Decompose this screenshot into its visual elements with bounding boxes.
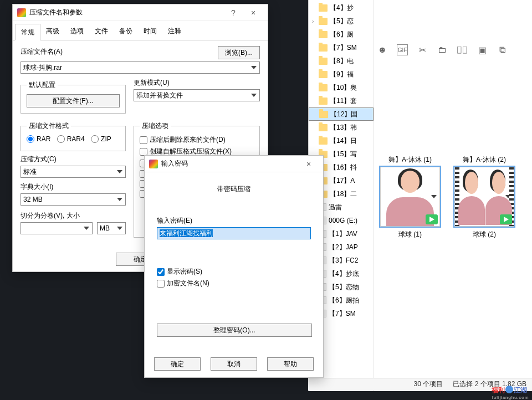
tree-item[interactable]: ›【5】恋 [309, 14, 374, 28]
split-size-input[interactable] [21, 222, 93, 234]
thumbnail-video[interactable] [454, 167, 514, 227]
thumbnail-item[interactable]: 舞】A-沐沐 (1) 球球 (1) [377, 155, 443, 239]
tree-item[interactable]: 【8】电 [309, 54, 374, 68]
method-label: 压缩方式(C) [21, 155, 126, 164]
format-rar[interactable]: RAR [27, 135, 50, 143]
password-label: 输入密码(E) [157, 216, 311, 225]
help-icon[interactable]: ? [223, 8, 243, 17]
archive-dialog-titlebar: 压缩文件名和参数 ? × [13, 4, 268, 21]
profiles-group: 默认配置 配置文件(F)... [21, 80, 126, 114]
dict-select[interactable]: 32 MB [21, 193, 126, 206]
cut-icon[interactable]: ✂ [417, 44, 428, 55]
winrar-icon [149, 160, 158, 168]
tree-item[interactable]: 【4】抄 [309, 1, 374, 14]
split-icon[interactable]: ⌷⌷ [457, 44, 468, 55]
archive-name-label: 压缩文件名(A) [21, 47, 213, 57]
tab-files[interactable]: 文件 [89, 23, 114, 40]
folder-icon [319, 44, 328, 52]
tree-item[interactable]: 【10】奥 [309, 81, 374, 94]
watermark: 福利江湖 fulijianghu.com [492, 385, 529, 400]
close-icon[interactable]: × [243, 8, 263, 17]
browse-button[interactable]: 浏览(B)... [218, 46, 260, 59]
tree-item[interactable]: 【11】套 [309, 94, 374, 107]
folder-icon[interactable]: 🗀 [437, 44, 448, 55]
split-label: 切分为分卷(V), 大小 [21, 211, 126, 220]
tab-comment[interactable]: 注释 [162, 23, 187, 40]
emoji-icon[interactable]: ☻ [377, 44, 388, 55]
tab-time[interactable]: 时间 [138, 23, 162, 40]
tree-item[interactable]: 【9】福 [309, 68, 374, 81]
tab-backup[interactable]: 备份 [114, 23, 138, 40]
format-group: 压缩文件格式 RAR RAR4 ZIP [21, 121, 126, 151]
manage-passwords-button[interactable]: 整理密码(O)... [157, 324, 312, 337]
tree-item[interactable]: 【7】SM [309, 41, 374, 54]
folder-icon [319, 31, 328, 38]
close-icon[interactable]: × [299, 160, 319, 168]
format-rar4[interactable]: RAR4 [57, 135, 85, 143]
explorer-toolbar: ☻ GIF ✂ 🗀 ⌷⌷ ▣ ⧉ [377, 44, 508, 55]
tree-item-selected[interactable]: 【12】国 [309, 107, 374, 121]
folder-icon [319, 84, 328, 91]
folder-icon [319, 137, 328, 145]
password-help-button[interactable]: 帮助 [267, 357, 314, 371]
thumbnail-top-label: 舞】A-沐沐 (2) [451, 155, 518, 165]
dict-label: 字典大小(I) [21, 182, 126, 192]
tab-general[interactable]: 常规 [15, 24, 40, 40]
folder-icon [319, 58, 328, 65]
thumbnail-top-label: 舞】A-沐沐 (1) [377, 155, 443, 165]
screenshot-icon[interactable]: ⧉ [497, 44, 508, 55]
password-subtitle: 带密码压缩 [157, 184, 311, 194]
password-ok-button[interactable]: 确定 [154, 357, 201, 371]
opt-delete-after[interactable]: 压缩后删除原来的文件(D) [140, 135, 226, 145]
thumbnail-caption: 球球 (2) [451, 230, 518, 239]
method-select[interactable]: 标准 [21, 166, 126, 178]
update-mode-select[interactable]: 添加并替换文件 [134, 89, 260, 101]
thumbnail-caption: 球球 (1) [377, 230, 443, 239]
tree-item[interactable]: 【13】韩 [309, 121, 374, 134]
password-dialog-titlebar: 输入密码 × [145, 156, 323, 172]
format-zip[interactable]: ZIP [91, 135, 111, 143]
encrypt-names-checkbox[interactable]: 加密文件名(N) [157, 279, 209, 288]
tab-options[interactable]: 选项 [65, 23, 89, 40]
tab-advanced[interactable]: 高级 [40, 23, 65, 40]
tree-item[interactable]: 【6】厕 [309, 28, 374, 41]
password-dialog: 输入密码 × 带密码压缩 输入密码(E) 来福利江湖找福利 显示密码(S) 加密… [144, 155, 324, 378]
video-badge-icon [500, 214, 512, 224]
archive-dialog-title: 压缩文件名和参数 [29, 8, 223, 17]
profiles-legend: 默认配置 [27, 80, 58, 90]
gif-icon[interactable]: GIF [397, 44, 408, 55]
folder-icon [319, 18, 328, 25]
archive-name-input[interactable]: 球球-抖胸.rar [21, 61, 260, 74]
thumbnail-item[interactable]: 舞】A-沐沐 (2) 球球 (2) [451, 155, 518, 239]
archive-tabs: 常规 高级 选项 文件 备份 时间 注释 [13, 23, 268, 40]
password-cancel-button[interactable]: 取消 [211, 357, 257, 371]
folder-icon [319, 124, 328, 131]
password-dialog-title: 输入密码 [161, 159, 299, 168]
status-count: 30 个项目 [414, 380, 443, 389]
video-badge-icon [426, 214, 438, 224]
image-icon[interactable]: ▣ [477, 44, 488, 55]
thumbnail-pane: 舞】A-沐沐 (1) 球球 (1) 舞】A-沐沐 (2) 球球 (2) [377, 155, 532, 239]
winrar-icon [17, 8, 26, 17]
folder-icon [319, 4, 328, 12]
split-unit-select[interactable]: MB [97, 222, 126, 234]
show-password-checkbox[interactable]: 显示密码(S) [157, 267, 202, 276]
update-mode-label: 更新模式(U) [134, 78, 260, 88]
password-input[interactable]: 来福利江湖找福利 [157, 227, 311, 239]
options-legend: 压缩选项 [140, 121, 171, 131]
profiles-button[interactable]: 配置文件(F)... [27, 94, 120, 107]
folder-icon [319, 71, 328, 78]
folder-icon [319, 98, 328, 105]
tree-item[interactable]: 【14】日 [309, 134, 374, 147]
format-legend: 压缩文件格式 [27, 121, 71, 131]
folder-icon [319, 111, 328, 118]
thumbnail-image[interactable] [380, 167, 440, 227]
